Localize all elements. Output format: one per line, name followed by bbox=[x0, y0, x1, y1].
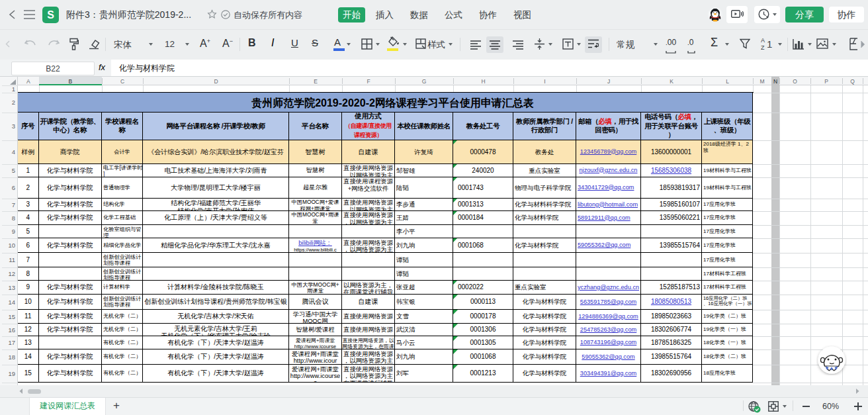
svg-text:A: A bbox=[761, 37, 765, 44]
svg-text:Z: Z bbox=[761, 44, 765, 50]
svg-text:1: 1 bbox=[767, 38, 772, 50]
